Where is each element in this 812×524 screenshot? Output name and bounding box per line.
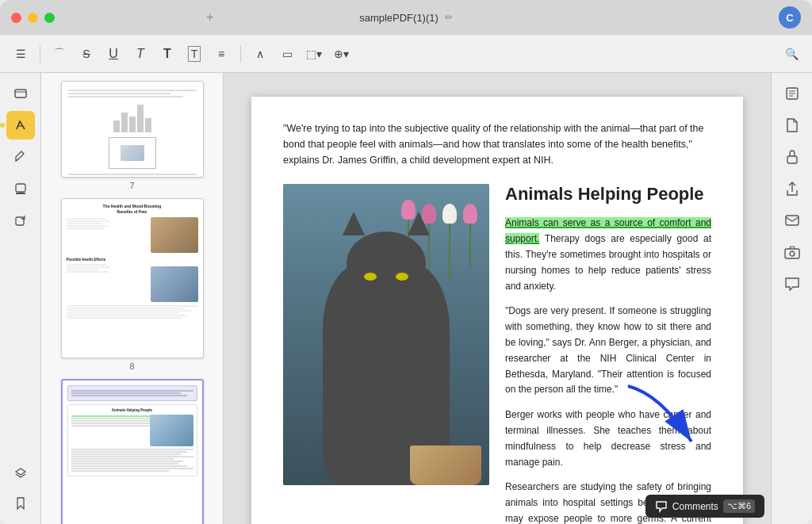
thumbnail-page-8[interactable]: The Health and Mood-BoostingBenefits of … [49, 198, 215, 371]
toolbar-separator [40, 45, 40, 63]
text-tool-button[interactable]: ☰ [10, 43, 32, 65]
search-button[interactable]: 🔍 [780, 43, 802, 65]
pdf-page: "We're trying to tap into the subjective… [251, 97, 743, 524]
ocr-tool-button[interactable] [778, 79, 806, 108]
text-T-tool-button[interactable]: T [129, 43, 151, 65]
pdf-image-column [283, 184, 489, 524]
comments-shortcut: ⌥⌘6 [723, 499, 755, 513]
pdf-main-heading: Animals Helping People [505, 184, 711, 205]
cat-body [307, 208, 465, 485]
rotate-tool-button[interactable] [6, 206, 35, 235]
lock-tool-button[interactable] [778, 143, 806, 171]
maximize-button[interactable] [44, 13, 55, 23]
page-number-7: 7 [129, 181, 134, 190]
edit-tool-button[interactable] [6, 143, 35, 171]
comments-icon [655, 500, 668, 513]
left-sidebar [0, 73, 41, 524]
thumb-8-page: The Health and Mood-BoostingBenefits of … [61, 198, 204, 358]
pdf-paragraph-1: Animals can serve as a source of comfort… [505, 216, 711, 294]
thumb-9-page: Animals Helping People [61, 379, 204, 524]
share-tool-button[interactable] [778, 174, 806, 203]
pdf-paragraph-3: Berger works with people who have cancer… [505, 407, 711, 470]
thumbnail-panel: 7 The Health and Mood-BoostingBenefits o… [41, 73, 224, 524]
pdf-paragraph-2: "Dogs are very present. If someone is st… [505, 304, 711, 398]
camera-tool-button[interactable] [778, 238, 806, 266]
toolbar-separator-2 [240, 45, 241, 63]
add-tab-button[interactable]: + [206, 10, 213, 25]
toolbar: ☰ ⌒ S U T T T ≡ ∧ ▭ ⬚▾ ⊕▾ 🔍 [0, 35, 812, 73]
svg-rect-4 [16, 184, 25, 192]
thumbnail-page-9[interactable]: Animals Helping People [49, 379, 215, 524]
cat-image [283, 184, 489, 485]
window-controls [11, 13, 55, 23]
underline-tool-button[interactable]: U [102, 43, 124, 65]
align-tool-button[interactable]: ≡ [210, 43, 232, 65]
pdf-two-column: Animals Helping People Animals can serve… [283, 184, 711, 524]
comments-label: Comments [672, 501, 718, 512]
thumbnail-page-7[interactable]: 7 [49, 81, 215, 190]
page-number-8: 8 [129, 361, 134, 371]
document-tool-button[interactable] [778, 111, 806, 140]
minimize-button[interactable] [28, 13, 38, 23]
stamp-tool-button[interactable] [6, 174, 35, 203]
svg-rect-13 [786, 216, 799, 225]
more-tool-button[interactable]: ⊕▾ [330, 43, 352, 65]
pdf-text-column: Animals Helping People Animals can serve… [505, 184, 711, 524]
thumb-7-page [61, 81, 204, 178]
shape-dropdown-button[interactable]: ⬚▾ [303, 43, 325, 65]
highlight-box-tool-button[interactable]: T [183, 43, 205, 65]
hand-tool-button[interactable] [6, 79, 35, 108]
svg-rect-12 [787, 156, 797, 163]
comments-button[interactable]: Comments ⌥⌘6 [645, 495, 764, 518]
bookmark-tool-button[interactable] [6, 489, 35, 518]
svg-point-15 [790, 251, 795, 256]
strikethrough-tool-button[interactable]: S [75, 43, 98, 65]
right-sidebar [771, 73, 812, 524]
text-box-tool-button[interactable]: T [156, 43, 178, 65]
titlebar: samplePDF(1)(1) ✏ + C [0, 0, 812, 35]
title-text: samplePDF(1)(1) [359, 12, 439, 24]
svg-rect-0 [15, 90, 26, 98]
highlight-tool-button[interactable] [6, 111, 35, 140]
window-title: samplePDF(1)(1) ✏ [359, 12, 453, 24]
content-area: "We're trying to tap into the subjective… [224, 73, 771, 524]
close-button[interactable] [11, 13, 21, 23]
rect-tool-button[interactable]: ▭ [276, 43, 298, 65]
vase [410, 446, 481, 485]
pdf-quote: "We're trying to tap into the subjective… [283, 120, 711, 168]
message-tool-button[interactable] [778, 270, 806, 298]
draw-tool-button[interactable]: ∧ [249, 43, 271, 65]
layers-tool-button[interactable] [6, 457, 35, 486]
main-layout: 7 The Health and Mood-BoostingBenefits o… [0, 73, 812, 524]
user-avatar[interactable]: C [779, 6, 801, 29]
svg-rect-14 [785, 249, 799, 258]
edit-icon: ✏ [445, 12, 453, 23]
arc-tool-button[interactable]: ⌒ [48, 43, 71, 65]
mail-tool-button[interactable] [778, 206, 806, 235]
